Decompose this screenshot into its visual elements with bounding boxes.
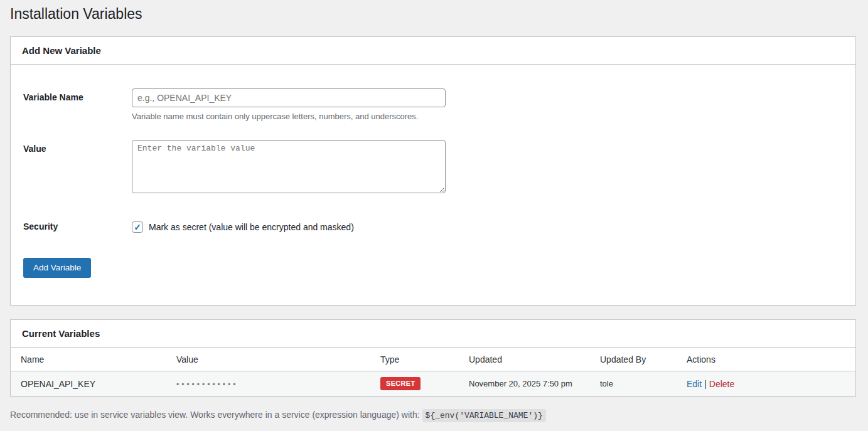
updated-cell: November 20, 2025 7:50 pm [469,371,600,396]
variable-name-row: Variable Name Variable name must contain… [23,88,843,121]
masked-value: •••••••••••• [176,380,238,389]
value-textarea[interactable] [132,140,446,193]
current-variables-card: Current Variables Name Value Type Update… [10,319,856,396]
variable-name-help: Variable name must contain only uppercas… [132,112,843,121]
recommendation-note: Recommended: use in service variables vi… [10,410,856,420]
security-row: Security ✓ Mark as secret (value will be… [23,221,843,233]
checkmark-icon: ✓ [134,223,141,231]
mark-as-secret-option[interactable]: ✓ Mark as secret (value will be encrypte… [132,221,843,233]
add-variable-card-header: Add New Variable [11,37,855,65]
secret-checkbox[interactable]: ✓ [132,221,143,233]
delete-link[interactable]: Delete [709,379,734,389]
add-variable-button[interactable]: Add Variable [23,258,91,278]
current-variables-card-title: Current Variables [22,328,100,339]
current-variables-card-header: Current Variables [11,320,855,348]
column-header-type: Type [380,348,469,371]
updated-by-cell: tole [600,371,687,396]
variable-name-cell: OPENAI_API_KEY [11,371,176,396]
column-header-name: Name [11,348,176,371]
value-row: Value [23,140,843,196]
edit-link[interactable]: Edit [687,379,702,389]
security-label: Security [23,221,132,231]
actions-cell: Edit|Delete [687,371,855,396]
recommendation-text: Recommended: use in service variables vi… [10,410,420,420]
page-title: Installation Variables [10,0,856,26]
add-variable-card: Add New Variable Variable Name Variable … [10,36,856,306]
add-variable-card-title: Add New Variable [22,45,101,56]
add-variable-form: Variable Name Variable name must contain… [11,65,855,305]
secret-type-badge: SECRET [380,377,421,390]
action-separator: | [704,379,707,389]
secret-checkbox-label: Mark as secret (value will be encrypted … [149,222,354,232]
column-header-actions: Actions [687,348,855,371]
column-header-value: Value [176,348,380,371]
column-header-updated-by: Updated By [600,348,687,371]
variables-table: Name Value Type Updated Updated By Actio… [11,348,855,396]
column-header-updated: Updated [469,348,600,371]
table-row: OPENAI_API_KEY •••••••••••• SECRET Novem… [11,371,855,396]
variable-name-label: Variable Name [23,88,132,102]
variable-name-input[interactable] [132,88,446,107]
env-code-snippet: ${_env('VARIABLE_NAME')} [422,409,546,422]
value-label: Value [23,140,132,154]
table-header-row: Name Value Type Updated Updated By Actio… [11,348,855,371]
content-area: Installation Variables Add New Variable … [0,0,868,420]
